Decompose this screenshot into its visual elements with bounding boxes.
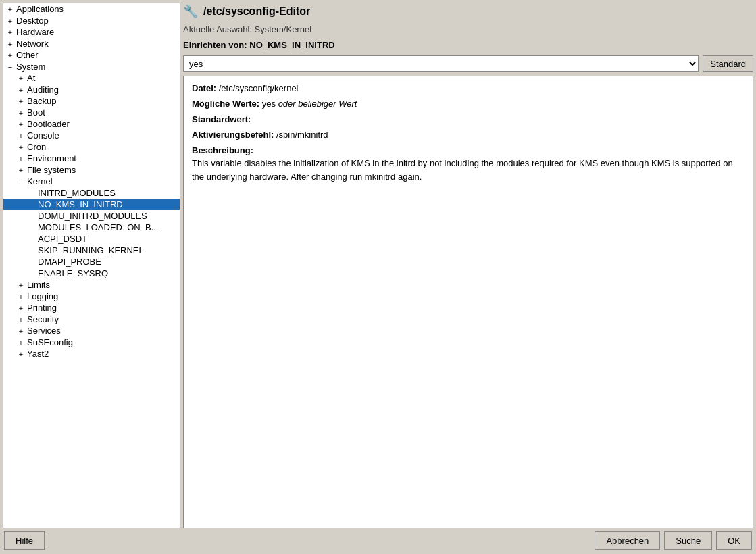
tree-item-domu_initrd_modules[interactable]: DOMU_INITRD_MODULES bbox=[3, 210, 180, 222]
tree-item-environment[interactable]: +Environment bbox=[3, 153, 180, 164]
description-text: This variable disables the initializatio… bbox=[192, 157, 745, 183]
default-label: Standardwert: bbox=[192, 114, 745, 124]
tree-label-network: Network bbox=[16, 39, 49, 49]
help-button[interactable]: Hilfe bbox=[4, 531, 45, 550]
tree-label-console: Console bbox=[27, 130, 59, 141]
tree-expander-yast2[interactable]: + bbox=[17, 350, 25, 358]
tree-item-no_kms_in_initrd[interactable]: NO_KMS_IN_INITRD bbox=[3, 199, 180, 210]
tree-item-initrd_modules[interactable]: INITRD_MODULES bbox=[3, 187, 180, 199]
file-label-text: Datei: /etc/sysconfig/kernel bbox=[192, 83, 745, 93]
tree-item-yast2[interactable]: +Yast2 bbox=[3, 348, 180, 359]
subtitle: Aktuelle Auswahl: System/Kernel bbox=[183, 24, 753, 34]
tree-item-hardware[interactable]: +Hardware bbox=[3, 26, 180, 38]
tree-expander-other[interactable]: + bbox=[6, 51, 14, 59]
activation-text: Aktivierungsbefehl: /sbin/mkinitrd bbox=[192, 130, 745, 140]
title-bar: 🔧 /etc/sysconfig-Editor bbox=[183, 3, 753, 20]
tree-label-environment: Environment bbox=[27, 153, 76, 163]
tree-expander-limits[interactable]: + bbox=[17, 281, 25, 289]
tree-expander-hardware[interactable]: + bbox=[6, 28, 14, 36]
tree-label-domu_initrd_modules: DOMU_INITRD_MODULES bbox=[38, 211, 147, 221]
tree-expander-at[interactable]: + bbox=[17, 74, 25, 82]
tree-expander-desktop[interactable]: + bbox=[6, 17, 14, 25]
tree-item-at[interactable]: +At bbox=[3, 72, 180, 84]
tree-label-bootloader: Bootloader bbox=[27, 119, 70, 129]
tree-expander-network[interactable]: + bbox=[6, 40, 14, 48]
possible-text: Mögliche Werte: yes oder beliebiger Wert bbox=[192, 99, 745, 109]
window-title: /etc/sysconfig-Editor bbox=[203, 5, 310, 18]
cancel-button[interactable]: Abbrechen bbox=[595, 531, 660, 550]
description-row: Beschreibung: This variable disables the… bbox=[192, 145, 745, 183]
tree-expander-backup[interactable]: + bbox=[17, 97, 25, 105]
tree-expander-kernel[interactable]: − bbox=[17, 178, 25, 186]
tree-label-filesystems: File systems bbox=[27, 165, 76, 175]
button-bar-right: Abbrechen Suche OK bbox=[595, 531, 752, 550]
tree-label-skip_running_kernel: SKIP_RUNNING_KERNEL bbox=[38, 245, 144, 255]
value-row: yes Standard bbox=[183, 55, 753, 72]
tree-item-filesystems[interactable]: +File systems bbox=[3, 164, 180, 176]
tree-label-security: Security bbox=[27, 314, 59, 324]
tree-label-initrd_modules: INITRD_MODULES bbox=[38, 188, 116, 198]
tree-expander-logging[interactable]: + bbox=[17, 293, 25, 301]
editor-icon: 🔧 bbox=[183, 4, 198, 19]
tree-expander-applications[interactable]: + bbox=[6, 5, 14, 14]
tree-item-console[interactable]: +Console bbox=[3, 130, 180, 141]
tree-item-logging[interactable]: +Logging bbox=[3, 291, 180, 302]
description-label: Beschreibung: bbox=[192, 145, 745, 155]
tree-item-auditing[interactable]: +Auditing bbox=[3, 84, 180, 95]
value-select[interactable]: yes bbox=[183, 55, 699, 72]
tree-item-acpi_dsdt[interactable]: ACPI_DSDT bbox=[3, 233, 180, 245]
tree-label-printing: Printing bbox=[27, 303, 57, 313]
tree-item-desktop[interactable]: +Desktop bbox=[3, 15, 180, 26]
ok-button[interactable]: OK bbox=[716, 531, 752, 550]
tree-label-other: Other bbox=[16, 50, 39, 60]
tree-item-modules_loaded_on_b[interactable]: MODULES_LOADED_ON_B... bbox=[3, 222, 180, 233]
tree-expander-environment[interactable]: + bbox=[17, 155, 25, 163]
tree-item-kernel[interactable]: −Kernel bbox=[3, 176, 180, 187]
tree-item-cron[interactable]: +Cron bbox=[3, 141, 180, 153]
tree-label-dmapi_probe: DMAPI_PROBE bbox=[38, 257, 101, 267]
tree-expander-security[interactable]: + bbox=[17, 316, 25, 324]
tree-item-dmapi_probe[interactable]: DMAPI_PROBE bbox=[3, 256, 180, 268]
tree-item-network[interactable]: +Network bbox=[3, 38, 180, 49]
tree-expander-filesystems[interactable]: + bbox=[17, 166, 25, 174]
tree-item-applications[interactable]: +Applications bbox=[3, 3, 180, 15]
tree-label-yast2: Yast2 bbox=[27, 349, 49, 359]
tree-expander-bootloader[interactable]: + bbox=[17, 120, 25, 128]
tree-item-security[interactable]: +Security bbox=[3, 313, 180, 325]
tree-item-system[interactable]: −System bbox=[3, 61, 180, 72]
tree-label-desktop: Desktop bbox=[16, 16, 49, 26]
main-window: +Applications+Desktop+Hardware+Network+O… bbox=[0, 0, 756, 554]
tree-label-no_kms_in_initrd: NO_KMS_IN_INITRD bbox=[38, 199, 123, 209]
tree-label-services: Services bbox=[27, 326, 61, 336]
tree-expander-cron[interactable]: + bbox=[17, 143, 25, 151]
tree-label-cron: Cron bbox=[27, 142, 46, 152]
standard-button[interactable]: Standard bbox=[703, 55, 753, 72]
tree-item-enable_sysrq[interactable]: ENABLE_SYSRQ bbox=[3, 268, 180, 279]
tree-item-skip_running_kernel[interactable]: SKIP_RUNNING_KERNEL bbox=[3, 245, 180, 256]
tree-expander-system[interactable]: − bbox=[6, 63, 14, 71]
tree-item-suseeconfig[interactable]: +SuSEconfig bbox=[3, 336, 180, 348]
tree-item-services[interactable]: +Services bbox=[3, 325, 180, 336]
tree-label-suseeconfig: SuSEconfig bbox=[27, 337, 73, 347]
tree-item-backup[interactable]: +Backup bbox=[3, 95, 180, 107]
tree-label-logging: Logging bbox=[27, 291, 58, 301]
search-button[interactable]: Suche bbox=[664, 531, 712, 550]
tree-panel: +Applications+Desktop+Hardware+Network+O… bbox=[3, 3, 180, 528]
tree-label-modules_loaded_on_b: MODULES_LOADED_ON_B... bbox=[38, 222, 158, 232]
tree-expander-services[interactable]: + bbox=[17, 327, 25, 335]
tree-expander-suseeconfig[interactable]: + bbox=[17, 338, 25, 347]
tree-label-backup: Backup bbox=[27, 96, 56, 106]
tree-item-boot[interactable]: +Boot bbox=[3, 107, 180, 118]
config-label: Einrichten von: NO_KMS_IN_INITRD bbox=[183, 40, 335, 50]
tree-item-other[interactable]: +Other bbox=[3, 49, 180, 61]
tree-expander-console[interactable]: + bbox=[17, 132, 25, 140]
tree-item-bootloader[interactable]: +Bootloader bbox=[3, 118, 180, 130]
tree-item-printing[interactable]: +Printing bbox=[3, 302, 180, 313]
tree-expander-auditing[interactable]: + bbox=[17, 86, 25, 94]
tree-label-system: System bbox=[16, 61, 45, 72]
tree-expander-printing[interactable]: + bbox=[17, 304, 25, 312]
tree-label-boot: Boot bbox=[27, 107, 45, 118]
tree-expander-boot[interactable]: + bbox=[17, 109, 25, 117]
tree-item-limits[interactable]: +Limits bbox=[3, 279, 180, 291]
tree-label-hardware: Hardware bbox=[16, 27, 54, 37]
